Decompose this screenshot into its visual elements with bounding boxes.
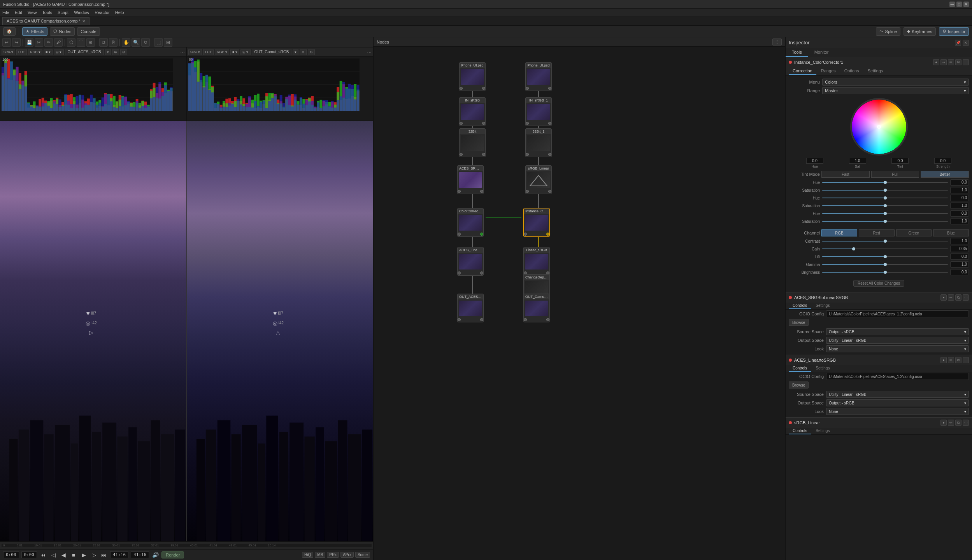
subtab-options[interactable]: Options [840, 67, 863, 75]
menu-file[interactable]: File [2, 10, 9, 15]
viewer-tb-pen[interactable]: ✏ [44, 38, 53, 47]
menu-window[interactable]: Window [74, 10, 89, 15]
range-dropdown[interactable]: Master ▾ [822, 87, 969, 94]
file-tab-close[interactable]: ✕ [82, 19, 85, 23]
badge-prx[interactable]: PRx [327, 552, 339, 558]
viewer-tb-mask[interactable]: ⬚ [154, 38, 163, 47]
srgb-linear-copy-icon[interactable]: ⧉ [955, 420, 961, 426]
viewer-tb-track[interactable]: ⊞ [164, 38, 172, 47]
srgb-linear-tab-settings[interactable]: Settings [812, 428, 833, 434]
aces-linear-dot-icon[interactable]: ● [940, 357, 947, 363]
aces-srgb-edit-icon[interactable]: ✏ [948, 294, 954, 301]
viewer-left[interactable]: 627x1343xfloat32 [0, 121, 186, 541]
reset-all-btn[interactable]: Reset All Color Changes [853, 280, 904, 287]
aces-srgb-look-dropdown[interactable]: None ▾ [826, 345, 969, 352]
menu-edit[interactable]: Edit [15, 10, 22, 15]
menu-reactor[interactable]: Reactor [95, 10, 110, 15]
color-wheel-container[interactable] [786, 95, 972, 156]
hue-numbox-3[interactable]: 0.0 [950, 210, 969, 217]
node-srgb-linear[interactable]: sRGB_Linear [525, 165, 552, 194]
transport-stop[interactable]: ■ [70, 551, 77, 559]
node-linear-srgb[interactable]: Linear_sRGB [523, 247, 550, 276]
badge-mb[interactable]: MB [315, 552, 325, 558]
viewer-right-ch-btn[interactable]: RGB ▾ [215, 49, 229, 55]
aces-linear-more-icon[interactable]: ⋯ [963, 357, 969, 363]
insp-close-btn[interactable]: ✕ [963, 40, 969, 46]
viewer-right-snap-btn[interactable]: ⊛ [300, 49, 307, 55]
tint-btn-better[interactable]: Better [921, 171, 969, 178]
viewer-tb-bezier[interactable]: ⌒ [77, 38, 85, 47]
viewer-right-more[interactable]: ··· [367, 49, 372, 55]
sat-slider-3[interactable] [822, 221, 948, 222]
node-in-srgb-1[interactable]: IN_sRGB_1 [525, 97, 552, 126]
brightness-slider[interactable] [822, 272, 948, 273]
viewer-left-extra-btn[interactable]: ⊙ [120, 49, 127, 55]
effects-btn[interactable]: ★ Effects [22, 27, 47, 36]
viewer-left-ch-btn[interactable]: RGB ▾ [28, 49, 42, 55]
lift-slider[interactable] [822, 256, 948, 257]
nodes-canvas[interactable]: Phone_UI.psd Phone_UI.psd IN_sRGB [374, 47, 785, 560]
node-in-srgb[interactable]: IN_sRGB [459, 97, 486, 126]
console-btn[interactable]: Console [77, 27, 100, 36]
keyframes-btn[interactable]: ◆ Keyframes [904, 27, 936, 36]
hs-tint-box[interactable]: 0.0 [891, 158, 909, 164]
viewer-tb-rot[interactable]: ↻ [141, 38, 150, 47]
insp-tab-monitor[interactable]: Monitor [808, 48, 835, 57]
viewer-left-lut-btn[interactable]: LUT [16, 49, 27, 55]
insp-tab-tools[interactable]: Tools [786, 48, 808, 57]
viewer-right-opt-btn[interactable]: ⊞ ▾ [240, 49, 251, 55]
node-color-correct[interactable]: ColorCorrecto... [457, 208, 484, 237]
hue-numbox-1[interactable]: 0.0 [950, 179, 969, 186]
viewer-left-more[interactable]: ··· [180, 49, 185, 55]
subtab-settings[interactable]: Settings [864, 67, 887, 75]
sat-slider-2[interactable] [822, 205, 948, 206]
viewer-tb-paint[interactable]: 🖌 [54, 38, 63, 47]
aces-linear-edit-icon[interactable]: ✏ [948, 357, 954, 363]
badge-some[interactable]: Some [355, 552, 370, 558]
viewer-right-extra-btn[interactable]: ⊙ [308, 49, 315, 55]
brightness-numbox[interactable]: 0.0 [950, 269, 969, 275]
menu-help[interactable]: Help [115, 10, 124, 15]
aces-linear-source-dropdown[interactable]: Utility - Linear - sRGB ▾ [826, 391, 969, 398]
transport-prev-frame[interactable]: ◁ [49, 551, 57, 559]
sat-numbox-2[interactable]: 1.0 [950, 203, 969, 209]
sat-slider-1[interactable] [822, 190, 948, 191]
aces-srgb-tab-controls[interactable]: Controls [789, 303, 811, 309]
viewer-left-zoom-btn[interactable]: 56% ▾ [2, 49, 15, 55]
gamma-numbox[interactable]: 1.0 [950, 261, 969, 268]
minimize-btn[interactable]: — [949, 2, 955, 7]
sat-numbox-1[interactable]: 1.0 [950, 187, 969, 193]
node-phone-ui-left[interactable]: Phone_UI.psd [459, 62, 486, 91]
menu-script[interactable]: Script [58, 10, 68, 15]
aces-srgb-tab-settings[interactable]: Settings [812, 303, 833, 309]
node-instance-color[interactable]: Instance_Colo... [523, 208, 550, 237]
viewer-tb-redo[interactable]: ↪ [12, 38, 21, 47]
viewer-tb-zoom[interactable]: 🔍 [132, 38, 140, 47]
transport-next-frame[interactable]: ▷ [90, 551, 98, 559]
srgb-linear-more-icon[interactable]: ⋯ [963, 420, 969, 426]
node-32bit-1[interactable]: 32Bit_1 [525, 128, 552, 157]
maximize-btn[interactable]: □ [956, 2, 962, 7]
hs-strength-box[interactable]: 0.0 [934, 158, 951, 164]
channel-rgb-btn[interactable]: RGB [821, 229, 857, 236]
hue-numbox-2[interactable]: 0.0 [950, 195, 969, 201]
file-tab[interactable]: ACES to GAMUT Comparisson.comp * ✕ [2, 17, 89, 25]
inspector-btn[interactable]: ⚙ Inspector [939, 27, 969, 36]
spline-btn[interactable]: 〜 Spline [876, 27, 901, 36]
insp-node-copy-icon[interactable]: ⧉ [955, 59, 961, 65]
transport-play-fwd[interactable]: ▶ [80, 551, 88, 559]
sat-numbox-3[interactable]: 1.0 [950, 218, 969, 224]
viewer-tb-hand[interactable]: ✋ [122, 38, 130, 47]
viewer-tb-poly[interactable]: ⬠ [67, 38, 75, 47]
aces-srgb-source-dropdown[interactable]: Output - sRGB ▾ [826, 328, 969, 335]
aces-srgb-dot-icon[interactable]: ● [940, 294, 947, 301]
transport-skip-start[interactable]: ⏮ [39, 551, 47, 559]
tint-btn-fast[interactable]: Fast [821, 171, 870, 178]
insp-node-dot-icon[interactable]: ● [933, 59, 939, 65]
viewer-left-opt-btn[interactable]: ⊞ ▾ [54, 49, 64, 55]
badge-aprx[interactable]: APrx [340, 552, 354, 558]
viewer-tb-undo[interactable]: ↩ [2, 38, 11, 47]
hue-slider-2[interactable] [822, 198, 948, 198]
transport-volume[interactable]: 🔊 [151, 551, 159, 559]
gain-numbox[interactable]: 0.35 [950, 246, 969, 252]
